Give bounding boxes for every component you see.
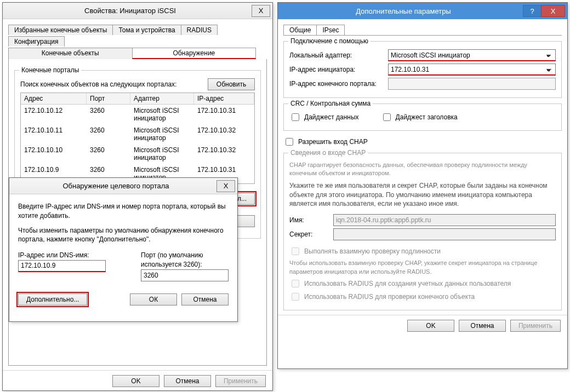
intro-text-2: Чтобы изменить параметры по умолчанию об… bbox=[18, 226, 229, 245]
help-icon[interactable]: ? bbox=[523, 5, 542, 17]
table-header: Адрес Порт Адаптер IP-адрес bbox=[21, 93, 254, 105]
titlebar: Свойства: Инициатор iSCSI X bbox=[3, 3, 272, 19]
ok-button[interactable]: OK bbox=[407, 320, 454, 332]
group-title: Подключение с помощью bbox=[288, 37, 371, 45]
chap-secret-label: Секрет: bbox=[289, 230, 333, 238]
cancel-button[interactable]: Отмена bbox=[459, 320, 506, 332]
titlebar: Обнаружение целевого портала X bbox=[9, 178, 237, 194]
ip-dns-label: IP-адрес или DNS-имя: bbox=[18, 251, 133, 260]
tab-volumes-devices[interactable]: Тома и устройства bbox=[112, 25, 181, 35]
chap-desc: CHAP гарантирует безопасность данных, об… bbox=[289, 161, 556, 178]
local-adapter-select[interactable]: Microsoft iSCSI инициатор bbox=[388, 49, 556, 61]
chap-name-label: Имя: bbox=[289, 216, 333, 224]
data-digest-checkbox[interactable]: Дайджест данных bbox=[289, 112, 359, 123]
port-input[interactable] bbox=[141, 269, 229, 281]
table-row[interactable]: 172.10.10.11 3260 Microsoft iSCSI инициа… bbox=[21, 124, 254, 144]
close-icon[interactable]: X bbox=[216, 180, 235, 192]
table-row[interactable]: 172.10.10.10 3260 Microsoft iSCSI инициа… bbox=[21, 144, 254, 164]
cancel-button[interactable]: Отмена bbox=[164, 375, 211, 387]
radius-generate-checkbox[interactable]: Использовать RADIUS для создания учетных… bbox=[289, 278, 556, 289]
mutual-auth-checkbox[interactable]: Выполнять взаимную проверку подлинности bbox=[289, 246, 556, 257]
tabs-row-1: Избранные конечные объекты Тома и устрой… bbox=[8, 24, 267, 47]
chap-login-group: Сведения о входе CHAP CHAP гарантирует б… bbox=[283, 153, 562, 310]
titlebar: Дополнительные параметры ? X bbox=[278, 3, 567, 19]
ok-button[interactable]: OK bbox=[112, 375, 159, 387]
tabs: Общие IPsec bbox=[283, 24, 562, 36]
tab-radius[interactable]: RADIUS bbox=[181, 25, 218, 35]
discover-target-portal-dialog: Обнаружение целевого портала X Введите I… bbox=[9, 177, 238, 322]
dialog-footer: OK Отмена Применить bbox=[3, 370, 272, 391]
th-port[interactable]: Порт bbox=[87, 93, 130, 104]
advanced-button[interactable]: Дополнительно... bbox=[18, 293, 87, 305]
advanced-settings-window: Дополнительные параметры ? X Общие IPsec… bbox=[277, 2, 568, 369]
tab-configuration[interactable]: Конфигурация bbox=[8, 36, 65, 47]
group-title: Сведения о входе CHAP bbox=[288, 149, 368, 157]
initiator-ip-label: IP-адрес инициатора: bbox=[289, 66, 388, 73]
table-row[interactable]: 172.10.10.12 3260 Microsoft iSCSI инициа… bbox=[21, 105, 254, 124]
search-portals-label: Поиск конечных объектов на следующих пор… bbox=[20, 80, 208, 89]
th-ip[interactable]: IP-адрес bbox=[194, 93, 254, 104]
content: Общие IPsec Подключение с помощью Локаль… bbox=[278, 19, 567, 315]
target-portal-ip-label: IP-адрес конечного портала: bbox=[289, 80, 388, 88]
tab-discovery[interactable]: Обнаружение bbox=[132, 48, 256, 59]
tab-favorite-targets[interactable]: Избранные конечные объекты bbox=[8, 25, 113, 35]
initiator-ip-select[interactable]: 172.10.10.31 bbox=[388, 64, 556, 76]
dialog-footer: OK Отмена Применить bbox=[278, 315, 567, 336]
tab-ipsec[interactable]: IPsec bbox=[316, 25, 345, 35]
th-adapter[interactable]: Адаптер bbox=[130, 93, 194, 104]
mutual-note: Чтобы использовать взаимную проверку CHA… bbox=[289, 259, 556, 276]
close-icon[interactable]: X bbox=[541, 5, 565, 17]
target-portal-ip-select[interactable] bbox=[388, 78, 556, 90]
window-title: Обнаружение целевого портала bbox=[15, 182, 217, 190]
window-title: Свойства: Инициатор iSCSI bbox=[8, 7, 252, 15]
header-digest-checkbox[interactable]: Дайджест заголовка bbox=[381, 112, 458, 123]
crc-group: CRC / Контрольная сумма Дайджест данных … bbox=[283, 103, 562, 131]
enable-chap-checkbox[interactable]: Разрешить вход CHAP bbox=[283, 136, 562, 147]
local-adapter-label: Локальный адаптер: bbox=[289, 51, 388, 59]
ip-dns-input[interactable] bbox=[18, 260, 106, 272]
connect-using-group: Подключение с помощью Локальный адаптер:… bbox=[283, 41, 562, 98]
group-title: Конечные порталы bbox=[19, 66, 81, 74]
ok-button[interactable]: ОК bbox=[130, 293, 177, 305]
apply-button[interactable]: Применить bbox=[215, 375, 266, 387]
group-title: CRC / Контрольная сумма bbox=[288, 100, 373, 107]
cancel-button[interactable]: Отмена bbox=[181, 293, 229, 305]
close-icon[interactable]: X bbox=[252, 5, 270, 17]
apply-button[interactable]: Применить bbox=[510, 320, 561, 332]
refresh-button[interactable]: Обновить bbox=[208, 78, 255, 90]
chap-secret-input[interactable] bbox=[333, 228, 556, 240]
radius-verify-checkbox[interactable]: Использовать RADIUS для проверки конечно… bbox=[289, 291, 556, 302]
th-address[interactable]: Адрес bbox=[21, 93, 87, 104]
window-title: Дополнительные параметры bbox=[283, 7, 523, 15]
tabs-row-2: Конечные объекты Обнаружение bbox=[8, 47, 267, 59]
content: Введите IP-адрес или DNS-имя и номер пор… bbox=[9, 194, 237, 313]
portals-table: Адрес Порт Адаптер IP-адрес 172.10.10.12… bbox=[20, 93, 255, 184]
intro-text-1: Введите IP-адрес или DNS-имя и номер пор… bbox=[18, 202, 229, 221]
port-label: Порт (по умолчанию используется 3260): bbox=[141, 251, 229, 269]
chap-name-input[interactable] bbox=[333, 214, 556, 226]
tab-general[interactable]: Общие bbox=[283, 25, 317, 35]
chap-hint: Укажите те же имя пользователя и секрет … bbox=[289, 181, 556, 209]
tab-targets[interactable]: Конечные объекты bbox=[8, 48, 133, 59]
